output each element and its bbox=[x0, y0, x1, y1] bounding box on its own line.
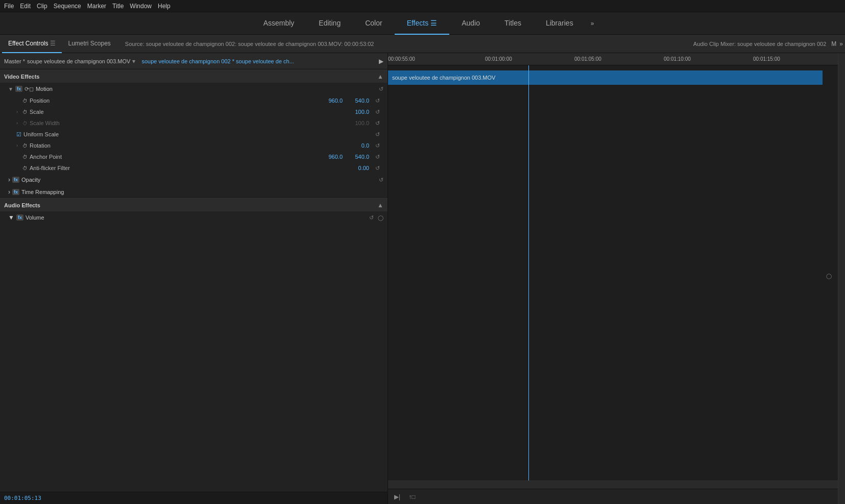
volume-chevron[interactable]: ▼ bbox=[8, 214, 14, 221]
timeline-ruler: 00:00:55:00 00:01:00:00 00:01:05:00 00:0… bbox=[388, 53, 838, 65]
motion-group: ▼ fx ⟳◻ Motion ↺ ⏱ Position 960.0 540.0 … bbox=[0, 83, 388, 174]
workspace-bar: Assembly Editing Color Effects ☰ Audio T… bbox=[0, 12, 845, 35]
panel-tabs-row: Effect Controls ☰ Lumetri Scopes Source:… bbox=[0, 35, 845, 53]
timeline-panel: 00:00:55:00 00:01:00:00 00:01:05:00 00:0… bbox=[388, 53, 838, 504]
scale-stopwatch[interactable]: ⏱ bbox=[22, 109, 28, 115]
opacity-group-name: Opacity bbox=[21, 177, 40, 183]
panel-mixer-text: Audio Clip Mixer: soupe veloutee de cham… bbox=[693, 41, 827, 47]
rotation-stopwatch[interactable]: ⏱ bbox=[22, 143, 28, 149]
tab-effect-controls[interactable]: Effect Controls ☰ bbox=[2, 35, 62, 53]
tab-lumetri-scopes[interactable]: Lumetri Scopes bbox=[62, 35, 116, 53]
right-scrollbar[interactable] bbox=[838, 53, 845, 504]
position-y[interactable]: 540.0 bbox=[349, 98, 369, 104]
tab-titles[interactable]: Titles bbox=[492, 12, 534, 35]
volume-keyframe-btn[interactable]: ◯ bbox=[378, 215, 383, 221]
tab-editing[interactable]: Editing bbox=[306, 12, 353, 35]
scale-chevron[interactable]: › bbox=[16, 109, 20, 114]
position-x[interactable]: 960.0 bbox=[322, 98, 343, 104]
opacity-reset[interactable]: ↺ bbox=[379, 177, 383, 183]
rotation-reset[interactable]: ↺ bbox=[375, 142, 383, 149]
tab-assembly[interactable]: Assembly bbox=[251, 12, 307, 35]
menu-bar: File Edit Clip Sequence Marker Title Win… bbox=[0, 0, 845, 12]
video-effects-label: Video Effects bbox=[4, 74, 40, 80]
sequence-clip-btn[interactable]: soupe veloutee de champignon 002 * soupe… bbox=[141, 58, 294, 64]
menu-clip[interactable]: Clip bbox=[37, 3, 47, 10]
export-btn[interactable]: ↑□ bbox=[406, 493, 417, 500]
position-reset[interactable]: ↺ bbox=[375, 98, 383, 104]
timeline-cursor bbox=[528, 65, 529, 481]
anchor-point-property: ⏱ Anchor Point 960.0 540.0 ↺ bbox=[0, 151, 388, 162]
volume-fx-badge: fx bbox=[16, 214, 23, 221]
menu-window[interactable]: Window bbox=[130, 3, 152, 10]
anchor-point-reset[interactable]: ↺ bbox=[375, 154, 383, 160]
anchor-point-stopwatch[interactable]: ⏱ bbox=[22, 154, 28, 160]
tab-color[interactable]: Color bbox=[353, 12, 394, 35]
timeline-content: soupe veloutee de champignon 003.MOV ◯ bbox=[388, 65, 838, 481]
tab-audio[interactable]: Audio bbox=[449, 12, 492, 35]
scroll-up-btn[interactable]: ▲ bbox=[377, 73, 383, 80]
uniform-scale-checkbox[interactable]: ☑ bbox=[16, 131, 21, 138]
motion-reset-btn[interactable]: ↺ bbox=[379, 86, 383, 92]
time-remap-fx-badge: fx bbox=[12, 189, 19, 195]
ruler-label-5: 00:01:15:00 bbox=[753, 56, 780, 62]
master-dropdown[interactable]: soupe veloutee de champignon 003.MOV bbox=[27, 58, 130, 64]
timeline-scroll-indicator[interactable] bbox=[388, 481, 838, 489]
anti-flicker-reset[interactable]: ↺ bbox=[375, 165, 383, 172]
volume-reset[interactable]: ↺ bbox=[369, 214, 374, 221]
bottom-time-bar: 00:01:05:13 bbox=[0, 492, 388, 504]
menu-edit[interactable]: Edit bbox=[20, 3, 31, 10]
play-to-btn[interactable]: ▶| bbox=[392, 493, 402, 500]
time-remap-expand-icon[interactable]: › bbox=[8, 188, 10, 196]
audio-effects-header[interactable]: Audio Effects ▲ bbox=[0, 198, 388, 211]
menu-file[interactable]: File bbox=[4, 3, 14, 10]
video-effects-header[interactable]: Video Effects ▲ bbox=[0, 69, 388, 83]
scale-width-property: › ⏱ Scale Width 100.0 ↺ bbox=[0, 117, 388, 129]
audio-scroll-btn[interactable]: ▲ bbox=[377, 202, 383, 209]
master-dropdown-arrow[interactable]: ▾ bbox=[132, 58, 135, 65]
tab-libraries[interactable]: Libraries bbox=[534, 12, 586, 35]
opacity-group-header[interactable]: › fx Opacity ↺ bbox=[0, 174, 388, 186]
bottom-timecode: 00:01:05:13 bbox=[4, 495, 41, 501]
scale-property: › ⏱ Scale 100.0 ↺ bbox=[0, 106, 388, 117]
audio-effects-label: Audio Effects bbox=[4, 202, 40, 208]
anchor-y[interactable]: 540.0 bbox=[349, 154, 369, 160]
rotation-chevron[interactable]: › bbox=[16, 143, 20, 148]
menu-help[interactable]: Help bbox=[158, 3, 171, 10]
volume-group-header[interactable]: ▼ fx Volume ↺ ◯ bbox=[0, 211, 388, 224]
effects-menu-icon[interactable]: ☰ bbox=[430, 19, 437, 27]
time-remap-group-header[interactable]: › fx Time Remapping bbox=[0, 186, 388, 198]
m-label: M bbox=[831, 40, 836, 47]
anti-flicker-stopwatch[interactable]: ⏱ bbox=[22, 165, 28, 171]
scale-width-reset[interactable]: ↺ bbox=[375, 120, 383, 127]
anchor-x[interactable]: 960.0 bbox=[322, 154, 343, 160]
position-property: ⏱ Position 960.0 540.0 ↺ bbox=[0, 95, 388, 106]
opacity-expand-icon[interactable]: › bbox=[8, 176, 10, 183]
opacity-fx-badge: fx bbox=[12, 177, 19, 183]
rotation-value[interactable]: 0.0 bbox=[349, 142, 369, 149]
menu-marker[interactable]: Marker bbox=[87, 3, 106, 10]
menu-title[interactable]: Title bbox=[112, 3, 124, 10]
effect-controls-menu-icon[interactable]: ☰ bbox=[50, 40, 56, 47]
ruler-label-4: 00:01:10:00 bbox=[664, 56, 691, 62]
motion-chevron[interactable]: ▼ bbox=[8, 86, 13, 92]
uniform-scale-reset[interactable]: ↺ bbox=[375, 131, 383, 138]
ruler-label-3: 00:01:05:00 bbox=[574, 56, 601, 62]
scale-reset[interactable]: ↺ bbox=[375, 109, 383, 115]
tab-effects[interactable]: Effects ☰ bbox=[395, 12, 450, 35]
position-stopwatch[interactable]: ⏱ bbox=[22, 98, 28, 104]
clip-bar[interactable]: soupe veloutee de champignon 003.MOV bbox=[388, 70, 823, 85]
workspace-more-icon[interactable]: » bbox=[591, 20, 594, 27]
scale-value[interactable]: 100.0 bbox=[349, 109, 369, 115]
scale-width-chevron[interactable]: › bbox=[16, 121, 20, 126]
panel-chevron-right[interactable]: » bbox=[839, 40, 843, 47]
anti-flicker-value[interactable]: 0.00 bbox=[349, 165, 369, 171]
clip-bar-label: soupe veloutee de champignon 003.MOV bbox=[392, 75, 495, 81]
play-button[interactable]: ▶ bbox=[379, 58, 383, 65]
panel-source-text: Source: soupe veloutee de champignon 002… bbox=[125, 41, 685, 47]
time-remap-group-name: Time Remapping bbox=[21, 189, 64, 195]
menu-sequence[interactable]: Sequence bbox=[54, 3, 81, 10]
timeline-scroll-circle[interactable]: ◯ bbox=[826, 273, 832, 279]
ruler-label-2: 00:01:00:00 bbox=[485, 56, 512, 62]
motion-group-header[interactable]: ▼ fx ⟳◻ Motion ↺ bbox=[0, 83, 388, 95]
position-name: Position bbox=[30, 98, 322, 104]
